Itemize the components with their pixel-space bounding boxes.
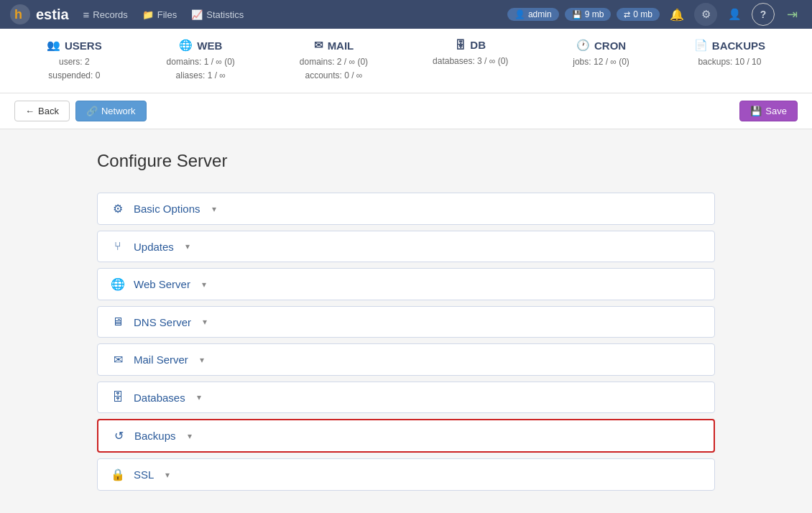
ram-value: 9 mb xyxy=(585,9,604,19)
db-icon: 🗄 xyxy=(455,39,466,51)
nav-statistics[interactable]: 📈 Statistics xyxy=(191,9,244,20)
config-label-backups: Backups xyxy=(134,430,176,442)
dns-server-icon: 🖥 xyxy=(111,315,125,328)
stat-users-detail2: suspended: 0 xyxy=(47,69,102,83)
topnav-right: 👤 admin 💾 9 mb ⇄ 0 mb 🔔 ⚙ 👤 ? ⇥ xyxy=(507,3,803,26)
users-icon: 👥 xyxy=(47,39,60,52)
config-arrow-ssl: ▾ xyxy=(165,470,170,480)
user-name: admin xyxy=(528,9,552,19)
back-icon: ← xyxy=(25,106,34,116)
config-label-basic-options: Basic Options xyxy=(134,203,200,215)
nav-records[interactable]: ≡ Records xyxy=(83,9,128,21)
stat-web-detail1: domains: 1 / ∞ (0) xyxy=(167,55,235,69)
statsbar: 👥 USERS users: 2 suspended: 0 🌐 WEB doma… xyxy=(0,29,812,93)
help-button[interactable]: ? xyxy=(752,3,775,26)
config-item-backups[interactable]: ↺Backups ▾ xyxy=(97,419,715,453)
web-server-icon: 🌐 xyxy=(111,277,125,291)
config-arrow-backups: ▾ xyxy=(188,431,192,441)
config-item-dns-server[interactable]: 🖥DNS Server ▾ xyxy=(97,306,715,338)
stat-web[interactable]: 🌐 WEB domains: 1 / ∞ (0) aliases: 1 / ∞ xyxy=(167,39,235,83)
config-arrow-basic-options: ▾ xyxy=(212,204,216,214)
topnav: h estia ≡ Records 📁 Files 📈 Statistics 👤… xyxy=(0,0,812,29)
cron-icon: 🕐 xyxy=(576,39,590,52)
databases-icon: 🗄 xyxy=(111,391,125,404)
network-button[interactable]: 🔗 Network xyxy=(75,101,147,121)
network-icon: 🔗 xyxy=(86,106,98,116)
config-label-databases: Databases xyxy=(134,392,185,404)
logo: h estia xyxy=(9,3,69,26)
mail-server-icon: ✉ xyxy=(111,353,125,366)
nav-files-label: Files xyxy=(157,9,177,20)
stat-db-title: 🗄 DB xyxy=(433,39,508,51)
user-badge: 👤 admin xyxy=(507,8,559,21)
stat-web-detail2: aliases: 1 / ∞ xyxy=(167,69,235,83)
gear-icon: ⚙ xyxy=(111,202,125,216)
config-label-web-server: Web Server xyxy=(134,278,190,290)
config-label-ssl: SSL xyxy=(134,468,154,481)
config-item-updates[interactable]: ⑂Updates ▾ xyxy=(97,231,715,262)
page-title: Configure Server xyxy=(97,151,715,171)
stat-mail[interactable]: ✉ MAIL domains: 2 / ∞ (0) accounts: 0 / … xyxy=(300,39,368,83)
list-icon: ≡ xyxy=(83,9,90,21)
notification-bell[interactable]: 🔔 xyxy=(665,3,688,26)
folder-icon: 📁 xyxy=(142,9,154,20)
config-arrow-web-server: ▾ xyxy=(202,279,206,290)
web-icon: 🌐 xyxy=(179,39,193,52)
chart-icon: 📈 xyxy=(191,9,203,20)
stat-mail-detail1: domains: 2 / ∞ (0) xyxy=(300,55,368,69)
profile-button[interactable]: 👤 xyxy=(723,3,746,26)
actionbar-right: 💾 Save xyxy=(739,101,798,121)
config-list: ⚙Basic Options ▾⑂Updates ▾🌐Web Server ▾🖥… xyxy=(97,193,715,491)
config-label-updates: Updates xyxy=(134,241,174,253)
backups-config-icon: ↺ xyxy=(111,429,126,443)
swap-badge: ⇄ 0 mb xyxy=(617,8,660,21)
ram-icon: 💾 xyxy=(572,10,582,19)
ram-badge: 💾 9 mb xyxy=(565,8,612,21)
stat-db-detail1: databases: 3 / ∞ (0) xyxy=(433,55,508,68)
stat-backups-title: 📄 BACKUPS xyxy=(694,39,765,52)
user-icon: 👤 xyxy=(515,9,525,19)
backups-icon: 📄 xyxy=(694,39,708,52)
actionbar: ← Back 🔗 Network 💾 Save xyxy=(0,93,812,129)
config-arrow-dns-server: ▾ xyxy=(203,317,207,327)
ssl-icon: 🔒 xyxy=(111,468,125,481)
actionbar-left: ← Back 🔗 Network xyxy=(14,101,147,121)
logo-text: estia xyxy=(36,6,69,23)
main-content: Configure Server ⚙Basic Options ▾⑂Update… xyxy=(83,151,729,491)
swap-value: 0 mb xyxy=(633,9,652,19)
config-arrow-updates: ▾ xyxy=(185,241,190,251)
back-button[interactable]: ← Back xyxy=(14,101,70,121)
settings-button[interactable]: ⚙ xyxy=(694,3,717,26)
svg-text:h: h xyxy=(14,7,22,22)
stat-users[interactable]: 👥 USERS users: 2 suspended: 0 xyxy=(47,39,102,83)
config-item-databases[interactable]: 🗄Databases ▾ xyxy=(97,382,715,413)
save-button[interactable]: 💾 Save xyxy=(739,101,798,121)
save-icon: 💾 xyxy=(750,106,762,116)
topnav-left: h estia ≡ Records 📁 Files 📈 Statistics xyxy=(9,3,244,26)
mail-icon: ✉ xyxy=(314,39,323,52)
stat-cron-detail1: jobs: 12 / ∞ (0) xyxy=(573,55,629,69)
updates-icon: ⑂ xyxy=(111,240,125,253)
config-item-basic-options[interactable]: ⚙Basic Options ▾ xyxy=(97,193,715,225)
nav-files[interactable]: 📁 Files xyxy=(142,9,177,20)
config-item-web-server[interactable]: 🌐Web Server ▾ xyxy=(97,268,715,300)
config-item-mail-server[interactable]: ✉Mail Server ▾ xyxy=(97,343,715,376)
stat-users-title: 👥 USERS xyxy=(47,39,102,52)
stat-users-detail1: users: 2 xyxy=(47,55,102,69)
config-arrow-databases: ▾ xyxy=(197,392,201,402)
stat-backups-detail1: backups: 10 / 10 xyxy=(694,55,765,69)
stat-mail-detail2: accounts: 0 / ∞ xyxy=(300,69,368,83)
swap-icon: ⇄ xyxy=(624,10,630,19)
stat-cron[interactable]: 🕐 CRON jobs: 12 / ∞ (0) xyxy=(573,39,629,83)
config-item-ssl[interactable]: 🔒SSL ▾ xyxy=(97,458,715,491)
config-label-dns-server: DNS Server xyxy=(134,316,191,328)
stat-backups[interactable]: 📄 BACKUPS backups: 10 / 10 xyxy=(694,39,765,83)
nav-records-label: Records xyxy=(93,9,127,20)
stat-cron-title: 🕐 CRON xyxy=(573,39,629,52)
logout-button[interactable]: ⇥ xyxy=(780,3,803,26)
stat-db[interactable]: 🗄 DB databases: 3 / ∞ (0) xyxy=(433,39,508,83)
config-arrow-mail-server: ▾ xyxy=(200,355,204,365)
stat-mail-title: ✉ MAIL xyxy=(300,39,368,52)
stat-web-title: 🌐 WEB xyxy=(167,39,235,52)
config-label-mail-server: Mail Server xyxy=(134,353,188,366)
